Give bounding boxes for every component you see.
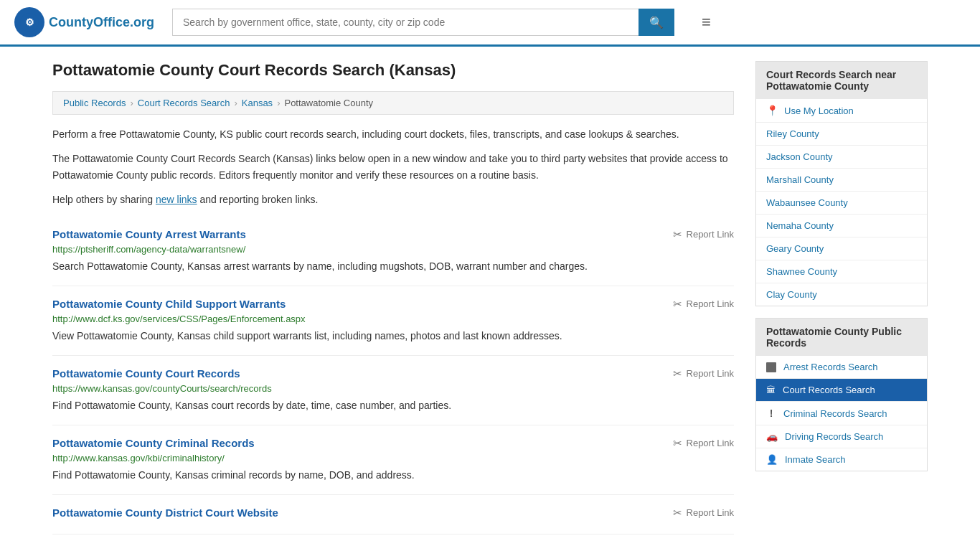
result-item: Pottawatomie County Child Support Warran… <box>52 286 734 356</box>
page-title: Pottawatomie County Court Records Search… <box>52 61 734 80</box>
arrest-records-icon <box>766 362 776 372</box>
result-title[interactable]: Pottawatomie County Court Records <box>52 367 240 380</box>
use-location-link[interactable]: Use My Location <box>784 105 854 116</box>
breadcrumb-court-records[interactable]: Court Records Search <box>138 98 230 108</box>
sidebar-county-item: Geary County <box>756 237 927 260</box>
content-area: Pottawatomie County Court Records Search… <box>52 61 734 534</box>
description-2: The Pottawatomie County Court Records Se… <box>52 151 734 183</box>
logo-area: ⚙ CountyOffice.org <box>14 7 158 37</box>
report-link[interactable]: ✂ Report Link <box>673 228 734 241</box>
sidebar-county-item: Riley County <box>756 123 927 146</box>
result-desc: Search Pottawatomie County, Kansas arres… <box>52 259 734 274</box>
result-item: Pottawatomie County Arrest Warrants ✂ Re… <box>52 217 734 286</box>
result-desc: Find Pottawatomie County, Kansas crimina… <box>52 468 734 483</box>
menu-button[interactable]: ≡ <box>696 10 717 34</box>
breadcrumb-county: Pottawatomie County <box>284 98 373 108</box>
result-title[interactable]: Pottawatomie County Criminal Records <box>52 437 255 449</box>
sidebar-county-item: Nemaha County <box>756 215 927 237</box>
wabaunsee-county-link[interactable]: Wabaunsee County <box>766 197 848 208</box>
report-link[interactable]: ✂ Report Link <box>673 367 734 380</box>
report-link[interactable]: ✂ Report Link <box>673 437 734 450</box>
arrest-records-item[interactable]: Arrest Records Search <box>756 356 927 379</box>
result-item: Pottawatomie County Criminal Records ✂ R… <box>52 425 734 495</box>
court-records-item[interactable]: 🏛 Court Records Search <box>756 379 927 402</box>
main-container: Pottawatomie County Court Records Search… <box>31 47 949 549</box>
sidebar: Court Records Search near Pottawatomie C… <box>755 61 928 534</box>
result-title[interactable]: Pottawatomie County Arrest Warrants <box>52 228 246 240</box>
nearby-box-title: Court Records Search near Pottawatomie C… <box>756 62 927 99</box>
result-desc: View Pottawatomie County, Kansas child s… <box>52 329 734 344</box>
driving-records-item[interactable]: 🚗 Driving Records Search <box>756 425 927 448</box>
result-title[interactable]: Pottawatomie County District Court Websi… <box>52 507 278 519</box>
breadcrumb-public-records[interactable]: Public Records <box>63 98 126 108</box>
report-icon: ✂ <box>673 367 682 380</box>
nearby-box: Court Records Search near Pottawatomie C… <box>755 61 928 306</box>
result-url: http://www.dcf.ks.gov/services/CSS/Pages… <box>52 314 734 324</box>
result-title[interactable]: Pottawatomie County Child Support Warran… <box>52 298 286 310</box>
driving-records-link[interactable]: Driving Records Search <box>785 431 883 442</box>
logo-icon: ⚙ <box>14 7 44 37</box>
criminal-records-item[interactable]: ! Criminal Records Search <box>756 402 927 425</box>
criminal-records-icon: ! <box>766 408 776 419</box>
marshall-county-link[interactable]: Marshall County <box>766 174 834 185</box>
jackson-county-link[interactable]: Jackson County <box>766 151 833 162</box>
new-links-link[interactable]: new links <box>156 194 197 205</box>
report-icon: ✂ <box>673 228 682 241</box>
svg-text:⚙: ⚙ <box>25 17 34 28</box>
shawnee-county-link[interactable]: Shawnee County <box>766 266 837 277</box>
result-url: http://www.kansas.gov/kbi/criminalhistor… <box>52 453 734 463</box>
report-icon: ✂ <box>673 437 682 450</box>
sidebar-county-item: Clay County <box>756 283 927 306</box>
geary-county-link[interactable]: Geary County <box>766 243 824 254</box>
results-list: Pottawatomie County Arrest Warrants ✂ Re… <box>52 217 734 534</box>
search-input[interactable] <box>172 9 639 36</box>
result-desc: Find Pottawatomie County, Kansas court r… <box>52 398 734 413</box>
inmate-search-item[interactable]: 👤 Inmate Search <box>756 448 927 471</box>
court-records-link[interactable]: Court Records Search <box>783 385 875 395</box>
sidebar-county-item: Jackson County <box>756 146 927 169</box>
description-3: Help others by sharing new links and rep… <box>52 192 734 207</box>
sidebar-county-item: Shawnee County <box>756 260 927 283</box>
report-icon: ✂ <box>673 507 682 519</box>
use-location-item[interactable]: 📍 Use My Location <box>756 99 927 123</box>
nemaha-county-link[interactable]: Nemaha County <box>766 220 834 231</box>
inmate-search-icon: 👤 <box>766 454 778 465</box>
clay-county-link[interactable]: Clay County <box>766 289 817 300</box>
breadcrumb: Public Records › Court Records Search › … <box>52 91 734 115</box>
report-link[interactable]: ✂ Report Link <box>673 507 734 519</box>
sidebar-county-item: Wabaunsee County <box>756 192 927 215</box>
driving-records-icon: 🚗 <box>766 431 778 442</box>
search-area: 🔍 <box>172 9 674 36</box>
logo-text: CountyOffice.org <box>49 15 154 30</box>
riley-county-link[interactable]: Riley County <box>766 128 819 139</box>
location-icon: 📍 <box>766 105 778 116</box>
search-button[interactable]: 🔍 <box>639 9 674 36</box>
court-records-icon: 🏛 <box>766 385 776 395</box>
sidebar-county-item: Marshall County <box>756 169 927 192</box>
report-link[interactable]: ✂ Report Link <box>673 298 734 311</box>
public-records-box: Pottawatomie County Public Records Arres… <box>755 318 928 471</box>
breadcrumb-kansas[interactable]: Kansas <box>242 98 273 108</box>
result-item: Pottawatomie County District Court Websi… <box>52 495 734 534</box>
inmate-search-link[interactable]: Inmate Search <box>785 454 846 465</box>
result-url: https://ptsheriff.com/agency-data/warran… <box>52 244 734 255</box>
report-icon: ✂ <box>673 298 682 311</box>
header: ⚙ CountyOffice.org 🔍 ≡ <box>0 0 980 47</box>
description-1: Perform a free Pottawatomie County, KS p… <box>52 126 734 142</box>
result-item: Pottawatomie County Court Records ✂ Repo… <box>52 356 734 425</box>
public-records-box-title: Pottawatomie County Public Records <box>756 319 927 356</box>
arrest-records-link[interactable]: Arrest Records Search <box>783 362 878 372</box>
criminal-records-link[interactable]: Criminal Records Search <box>783 408 887 419</box>
result-url: https://www.kansas.gov/countyCourts/sear… <box>52 383 734 394</box>
